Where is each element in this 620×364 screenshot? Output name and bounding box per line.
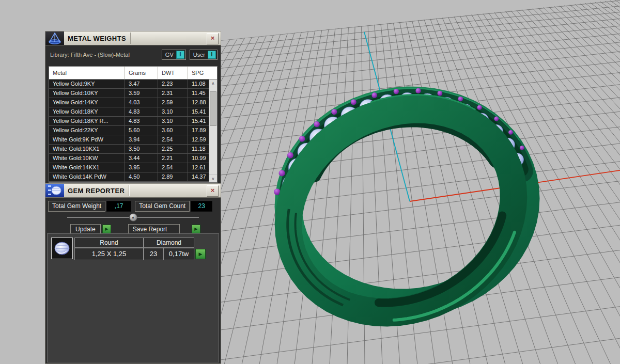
table-cell: 3.44	[125, 154, 158, 163]
gem-thumbnail	[51, 238, 73, 259]
table-cell: 5.60	[125, 126, 158, 135]
user-indicator: I	[208, 51, 216, 59]
table-cell: Yellow Gold:22KY	[49, 126, 125, 135]
play-icon: ▶	[103, 225, 111, 233]
gem-reporter-titlebar[interactable]: GEM REPORTER ×	[45, 183, 221, 198]
table-row[interactable]: White Gold:9K PdW3.942.5412.59	[49, 135, 217, 145]
table-cell: White Gold:14KX1	[49, 163, 125, 172]
table-cell: 4.83	[125, 117, 158, 125]
gem-shape-cell: Round	[74, 238, 144, 248]
gv-toggle[interactable]: GV I	[162, 50, 186, 60]
update-go-button[interactable]: ▶	[102, 225, 111, 233]
total-gem-count-label: Total Gem Count	[135, 201, 190, 212]
table-cell: 2.23	[158, 80, 188, 88]
metal-table-header: Metal Grams DWT SPG	[49, 67, 217, 80]
gem-reporter-panel: GEM REPORTER × Total Gem Weight ,17 Tota…	[45, 183, 221, 364]
table-row[interactable]: Yellow Gold:18KY4.833.1015.41	[49, 107, 217, 117]
table-row[interactable]: White Gold:14KX13.952.5412.61	[49, 163, 217, 172]
table-cell: 2.25	[158, 145, 188, 153]
table-cell: White Gold:10KW	[49, 154, 125, 163]
scroll-thumb[interactable]	[210, 91, 216, 126]
table-cell: 2.21	[158, 154, 188, 163]
table-cell: 3.10	[158, 117, 188, 125]
table-cell: 4.03	[125, 98, 158, 107]
table-row[interactable]: Yellow Gold:9KY3.472.2311.08	[49, 80, 217, 89]
save-report-go-button[interactable]: ▶	[192, 225, 200, 233]
splitter-handle[interactable]: ▲	[129, 213, 137, 221]
table-cell: Yellow Gold:18KY	[49, 107, 125, 116]
play-icon: ▶	[192, 225, 200, 233]
gem-weight-cell: 0,17tw	[163, 248, 194, 260]
table-cell: 2.54	[158, 135, 188, 144]
table-cell: 2.89	[158, 172, 188, 181]
table-cell: 3.50	[125, 145, 158, 153]
table-row[interactable]: Yellow Gold:22KY5.603.6017.89	[49, 126, 217, 135]
table-cell: 3.59	[125, 89, 158, 98]
table-row[interactable]: Yellow Gold:18KY R...4.833.1015.41	[49, 117, 217, 126]
metal-weights-titlebar[interactable]: METAL WEIGHTS ×	[45, 31, 221, 45]
total-gem-weight-value: ,17	[106, 201, 131, 212]
gem-list-area: Round Diamond 1,25 X 1,25 23 0,17tw ▶	[47, 233, 219, 362]
close-icon[interactable]: ×	[207, 185, 219, 197]
table-cell: Yellow Gold:14KY	[49, 98, 125, 107]
table-scrollbar[interactable]: ∧ ∨	[209, 80, 217, 182]
table-row[interactable]: White Gold:10KW3.442.2110.99	[49, 154, 217, 163]
scale-icon	[45, 31, 64, 45]
gem-row[interactable]: Round Diamond 1,25 X 1,25 23 0,17tw ▶	[51, 238, 219, 260]
table-cell: 2.59	[158, 98, 188, 107]
scroll-down-icon[interactable]: ∨	[209, 175, 217, 182]
gv-indicator: I	[176, 51, 184, 59]
collapse-arrow-icon: ▲	[130, 214, 137, 221]
total-gem-weight-label: Total Gem Weight	[48, 201, 105, 212]
user-label: User	[191, 52, 208, 58]
table-row[interactable]: Yellow Gold:14KY4.032.5912.88	[49, 98, 217, 107]
table-cell: Yellow Gold:18KY R...	[49, 117, 125, 125]
app-root: { "glyphs": { "close": "×", "scroll_up":…	[0, 0, 620, 364]
table-cell: 2.31	[158, 89, 188, 98]
table-cell: 3.60	[158, 126, 188, 135]
col-dwt[interactable]: DWT	[158, 67, 188, 79]
gem-go-button[interactable]: ▶	[195, 249, 206, 259]
table-cell: White Gold:10KX1	[49, 145, 125, 153]
close-icon[interactable]: ×	[207, 33, 219, 44]
col-spg[interactable]: SPG	[188, 67, 217, 79]
table-cell: 3.95	[125, 163, 158, 172]
table-cell: 2.54	[158, 163, 188, 172]
user-toggle[interactable]: User I	[190, 50, 218, 60]
table-cell: 4.83	[125, 107, 158, 116]
total-gem-count-value: 23	[191, 201, 212, 212]
play-icon: ▶	[196, 249, 205, 259]
table-row[interactable]: White Gold:14K PdW4.502.8914.37	[49, 172, 217, 182]
table-cell: Yellow Gold:10KY	[49, 89, 125, 98]
col-metal[interactable]: Metal	[49, 67, 125, 79]
table-row[interactable]: White Gold:10KX13.502.2511.18	[49, 145, 217, 154]
metal-table: Metal Grams DWT SPG Yellow Gold:9KY3.472…	[49, 66, 218, 183]
panel-title: METAL WEIGHTS	[64, 31, 130, 45]
table-cell: White Gold:9K PdW	[49, 135, 125, 144]
scroll-up-icon[interactable]: ∧	[209, 80, 217, 87]
gem-size-cell: 1,25 X 1,25	[74, 248, 144, 260]
table-cell: Yellow Gold:9KY	[49, 80, 125, 88]
table-cell: 3.10	[158, 107, 188, 116]
library-label: Library: Fifth Ave - (Slow)-Metal	[50, 52, 158, 58]
table-cell: 3.94	[125, 135, 158, 144]
table-cell: 3.47	[125, 80, 158, 88]
gem-count-cell: 23	[144, 248, 163, 260]
table-cell: 4.50	[125, 172, 158, 181]
save-report-button[interactable]: Save Report	[128, 224, 180, 234]
table-cell: White Gold:14K PdW	[49, 172, 125, 181]
metal-weights-panel: METAL WEIGHTS × Library: Fifth Ave - (Sl…	[45, 31, 221, 183]
gem-icon	[45, 184, 64, 197]
metal-table-body: Yellow Gold:9KY3.472.2311.08Yellow Gold:…	[49, 80, 217, 182]
table-row[interactable]: Yellow Gold:10KY3.592.3111.45	[49, 89, 217, 98]
gem-stone-cell: Diamond	[144, 238, 194, 248]
gv-label: GV	[163, 52, 176, 58]
panel-title: GEM REPORTER	[64, 184, 129, 197]
col-grams[interactable]: Grams	[125, 67, 158, 79]
update-button[interactable]: Update	[70, 224, 101, 234]
